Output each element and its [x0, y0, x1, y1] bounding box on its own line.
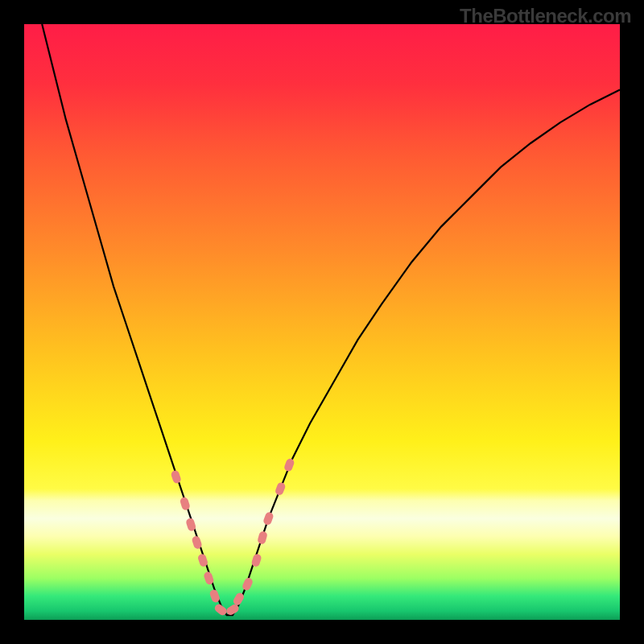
plot-area [24, 24, 620, 620]
watermark-text: TheBottleneck.com [460, 5, 631, 27]
data-markers [170, 457, 295, 617]
marker-point [262, 511, 275, 526]
marker-point [283, 457, 295, 472]
marker-point [170, 469, 182, 484]
chart-frame: TheBottleneck.com [0, 0, 644, 644]
bottleneck-curve [42, 24, 620, 615]
marker-point [180, 497, 191, 511]
marker-point [242, 576, 254, 592]
marker-point [257, 530, 268, 545]
curve-layer [24, 24, 620, 620]
marker-point [275, 481, 287, 497]
